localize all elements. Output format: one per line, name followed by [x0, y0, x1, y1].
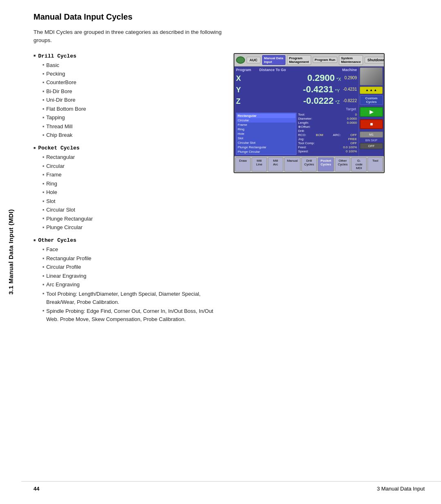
- page-title: Manual Data Input Cycles: [33, 12, 425, 22]
- arc-val: OFF: [350, 133, 357, 137]
- list-item: Flat Bottom Bore: [42, 105, 221, 113]
- tool-diameter: 0.0000: [347, 117, 357, 120]
- list-item: CounterBore: [42, 78, 221, 87]
- machine-x: 0.2909: [344, 76, 357, 80]
- drill-cycles-list: Basic Pecking CounterBore Bi-Dir Bore Un…: [33, 61, 221, 140]
- content-layout: Drill Cycles Basic Pecking CounterBore B…: [33, 53, 425, 330]
- other-cycles-section: Other Cycles Face Rectangular Profile Ci…: [33, 237, 221, 323]
- cnc-tab-tool[interactable]: Tool: [368, 157, 383, 172]
- machine-header-label: Machine: [342, 68, 357, 72]
- cnc-coord-section: Program Distance To Go Machine X 0.2900 …: [234, 67, 359, 156]
- jog-val: FREE: [348, 137, 357, 141]
- cnc-start-btn[interactable]: ▶: [360, 107, 383, 117]
- cnc-stop-btn[interactable]: ■: [360, 119, 383, 129]
- drill-cycles-title: Drill Cycles: [33, 53, 221, 59]
- tool-comp-val: OFF: [350, 141, 357, 145]
- x-axis-label: X: [236, 74, 243, 83]
- jog-label: Jog:: [298, 137, 304, 141]
- x-coord-suffix: *X: [336, 77, 341, 82]
- cnc-off-btn[interactable]: OFF: [360, 143, 383, 149]
- cnc-screenshot: AUC Manual DataInput ProgramManagement P…: [234, 53, 389, 173]
- z-coord-value: -0.0222: [243, 96, 334, 106]
- cnc-tab-other[interactable]: OtherCycles: [335, 157, 350, 172]
- cnc-program-mgmt-btn[interactable]: ProgramManagement: [287, 55, 311, 65]
- cnc-manual-data-btn[interactable]: Manual DataInput: [262, 55, 285, 65]
- cnc-menubar: AUC Manual DataInput ProgramManagement P…: [234, 54, 384, 67]
- cnc-tab-drill[interactable]: DrillCycles: [301, 157, 317, 172]
- arc-label: ARC:: [333, 133, 341, 137]
- z-axis-label: Z: [236, 97, 243, 106]
- list-item: Bi-Dir Bore: [42, 87, 221, 96]
- cnc-tab-manual[interactable]: Manual: [284, 157, 301, 172]
- left-column: Drill Cycles Basic Pecking CounterBore B…: [33, 53, 221, 330]
- machine-z: -0.8222: [343, 98, 357, 103]
- list-item: Chip Break: [42, 131, 221, 139]
- cnc-power-icon[interactable]: [236, 56, 245, 64]
- pocket-plunge-rect[interactable]: Plunge Rectangular: [237, 145, 296, 149]
- list-item: Uni-Dir Bore: [42, 96, 221, 104]
- side-label: 3.1 Manual Data Input (MDI): [0, 0, 21, 504]
- cnc-shutdown-btn[interactable]: Shutdown: [365, 57, 385, 63]
- other-cycles-title: Other Cycles: [33, 237, 221, 243]
- page-footer: 44 3 Manual Data Input: [21, 481, 441, 492]
- tool-length: 0.0000: [347, 121, 357, 125]
- tool-comp-label: Tool Comp:: [298, 141, 314, 145]
- y-coord-row: Y -0.4231 *Y -0.4231: [236, 84, 357, 95]
- list-item: Plunge Circular: [42, 223, 221, 232]
- cnc-panel: AUC Manual DataInput ProgramManagement P…: [234, 53, 385, 173]
- cnc-pocket-list: Rectangular Circular Frame Ring Hole Slo…: [236, 113, 296, 155]
- pocket-circular-slot[interactable]: Circular Slot: [237, 140, 296, 145]
- y-axis-label: Y: [236, 86, 243, 94]
- cnc-arrow-btns: ▲ ▲ ▲: [360, 87, 383, 94]
- list-item: Plunge Rectangular: [42, 214, 221, 223]
- list-item: Basic: [42, 61, 221, 69]
- list-item: Circular Slot: [42, 205, 221, 214]
- speed-label: Speed:: [298, 149, 308, 153]
- cnc-tab-draw[interactable]: Draw: [235, 157, 251, 172]
- pocket-hole[interactable]: Hole: [237, 132, 296, 136]
- cnc-tab-mill-line[interactable]: Mill Line: [252, 157, 267, 172]
- cnc-program-run-btn[interactable]: Program Run: [313, 57, 338, 63]
- cnc-tool-params: Tool: 0 Diameter: 0.0000 Length: 0.0000: [298, 113, 357, 155]
- cnc-auc-btn[interactable]: AUC: [247, 57, 261, 63]
- list-item: Pecking: [42, 69, 221, 78]
- main-content: Manual Data Input Cycles The MDI Cycles …: [21, 0, 441, 354]
- pocket-cycles-section: Pocket Cycles Rectangular Circular Frame…: [33, 145, 221, 232]
- tool-label: Tool:: [298, 113, 305, 116]
- list-item: Circular Profile: [42, 263, 221, 271]
- feed-label: Feed:: [298, 145, 306, 149]
- speed-val: 0 100%: [346, 149, 357, 153]
- pocket-slot[interactable]: Slot: [237, 136, 296, 140]
- cnc-custom-cycles-btn[interactable]: Custom Cycles: [360, 95, 383, 105]
- x-coord-value: 0.2900: [243, 73, 335, 83]
- feed-val: 0.0 100%: [343, 145, 357, 149]
- dtg-label: Distance To Go: [259, 68, 286, 72]
- pocket-ring[interactable]: Ring: [237, 127, 296, 132]
- cnc-system-btn[interactable]: SystemMaintenance: [339, 55, 363, 65]
- pocket-frame[interactable]: Frame: [237, 123, 296, 127]
- list-item: Thread Mill: [42, 122, 221, 131]
- cnc-tab-gcode[interactable]: G-codeMDI: [351, 157, 367, 172]
- pocket-cycles-list: Rectangular Circular Frame Ring Hole Slo…: [33, 153, 221, 232]
- pocket-plunge-circ[interactable]: Plunge Circular: [237, 149, 296, 154]
- cnc-arrow-up-btn[interactable]: ▲ ▲ ▲: [360, 87, 383, 94]
- list-item: Frame: [42, 170, 221, 179]
- cnc-m1-btn[interactable]: M1: [360, 132, 383, 138]
- pocket-rectangular[interactable]: Rectangular: [237, 114, 296, 118]
- pocket-circular[interactable]: Circular: [237, 118, 296, 123]
- cnc-tabbar: Draw Mill Line Mill Arc Manual DrillCycl…: [234, 156, 384, 172]
- x-coord-row: X 0.2900 *X 0.2909: [236, 73, 357, 83]
- rco-label: RCO:: [298, 133, 306, 137]
- program-label: Program: [236, 68, 251, 72]
- list-item: Rectangular: [42, 153, 221, 161]
- cnc-tab-pocket[interactable]: PocketCycles: [318, 157, 334, 172]
- drill-cycles-section: Drill Cycles Basic Pecking CounterBore B…: [33, 53, 221, 140]
- page-number: 44: [33, 486, 39, 492]
- list-item: Rectangular Profile: [42, 254, 221, 263]
- cnc-tab-mill-arc[interactable]: Mill Arc: [268, 157, 283, 172]
- tool-probing-text: Tool Probing: Length/Diameter, Length Sp…: [42, 290, 221, 306]
- side-label-text: 3.1 Manual Data Input (MDI): [7, 209, 14, 294]
- offset-label: ⊕Offset:: [298, 125, 310, 129]
- list-item: Circular: [42, 162, 221, 170]
- length-label: Length:: [298, 121, 309, 125]
